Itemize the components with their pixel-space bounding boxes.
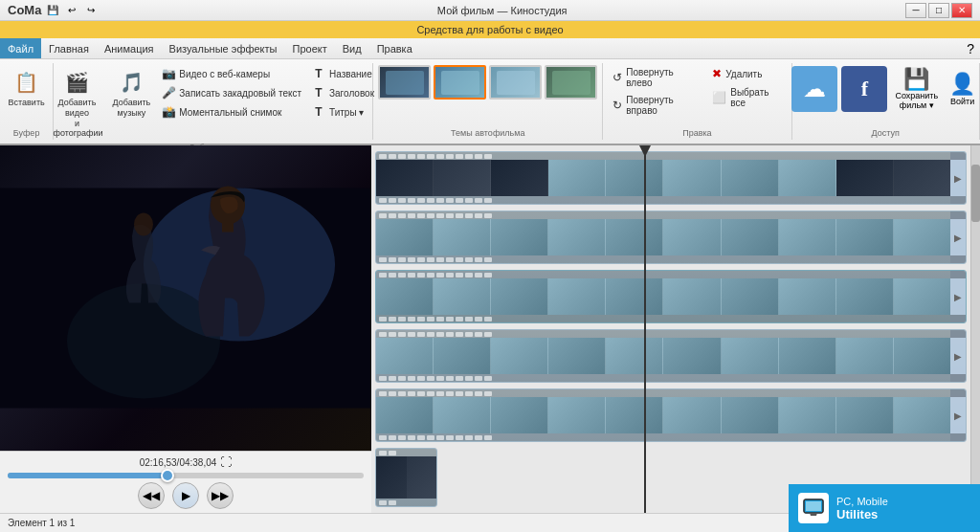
save-film-label: Сохранитьфильм ▾ bbox=[895, 92, 938, 111]
sprocket-hole bbox=[427, 257, 434, 262]
sprocket-hole bbox=[465, 332, 473, 337]
sprocket-hole bbox=[417, 213, 425, 218]
menu-effects[interactable]: Визуальные эффекты bbox=[162, 38, 285, 58]
title-bar: CoMa 💾 ↩ ↪ Мой фильм — Киностудия ─ □ ✕ bbox=[0, 0, 980, 21]
snapshot-button[interactable]: 📸 Моментальный снимок bbox=[158, 103, 304, 121]
sprocket-hole bbox=[436, 257, 444, 262]
save-quick-icon[interactable]: 💾 bbox=[45, 3, 60, 18]
sprocket-hole bbox=[408, 435, 415, 440]
sprocket-hole bbox=[465, 257, 473, 262]
sprocket-hole bbox=[427, 154, 434, 159]
paste-button[interactable]: 📋 Вставить bbox=[5, 65, 49, 110]
menu-animation[interactable]: Анимация bbox=[97, 38, 162, 58]
sprocket-hole bbox=[436, 317, 444, 321]
scrubber-handle[interactable] bbox=[161, 469, 174, 482]
timeline-track-5[interactable]: ▶ bbox=[375, 388, 967, 442]
signin-button[interactable]: 👤 Войти bbox=[946, 70, 979, 108]
sprocket-hole bbox=[456, 435, 463, 440]
minimize-button[interactable]: ─ bbox=[905, 3, 926, 18]
theme-1[interactable] bbox=[378, 65, 431, 100]
sprocket-hole bbox=[484, 332, 492, 337]
time-value: 02:16,53/04:38,04 bbox=[140, 457, 217, 468]
redo-quick-icon[interactable]: ↪ bbox=[83, 3, 99, 18]
svg-rect-8 bbox=[806, 501, 821, 511]
menu-home[interactable]: Главная bbox=[41, 38, 97, 58]
facebook-button[interactable]: f bbox=[841, 66, 887, 112]
add-video-label: Добавить видеои фотографии bbox=[54, 98, 101, 139]
voiceover-button[interactable]: 🎤 Записать закадровый текст bbox=[158, 84, 304, 101]
sprocket-hole bbox=[436, 391, 444, 396]
sprocket-hole bbox=[417, 273, 425, 277]
watermark-icon bbox=[798, 493, 829, 523]
sprocket-hole bbox=[465, 376, 473, 381]
timeline-scrollbar-thumb[interactable] bbox=[971, 165, 980, 222]
sprocket-hole bbox=[408, 317, 415, 321]
scrubber[interactable] bbox=[8, 473, 364, 478]
cloud-button[interactable]: ☁ bbox=[791, 66, 837, 112]
text-small-group: T Название T Заголовок T Титры ▾ bbox=[308, 65, 377, 121]
svg-point-5 bbox=[134, 213, 153, 236]
prev-frame-button[interactable]: ◀◀ bbox=[138, 482, 165, 509]
timeline-track-4[interactable]: ▶ bbox=[375, 329, 967, 383]
sprocket-hole bbox=[389, 435, 396, 440]
buffer-group-label: Буфер bbox=[13, 126, 40, 138]
add-video-button[interactable]: 🎬 Добавить видеои фотографии bbox=[50, 65, 105, 141]
sprocket-hole bbox=[427, 332, 434, 337]
menu-edit[interactable]: Правка bbox=[369, 38, 420, 58]
timeline-track-2[interactable]: ▶ bbox=[375, 211, 967, 264]
webcam-label: Видео с веб-камеры bbox=[179, 69, 270, 79]
add-music-icon: 🎵 bbox=[116, 67, 146, 98]
credits-label: Титры ▾ bbox=[329, 107, 364, 118]
sprocket-hole bbox=[456, 257, 463, 262]
maximize-button[interactable]: □ bbox=[928, 3, 949, 18]
webcam-button[interactable]: 📷 Видео с веб-камеры bbox=[158, 65, 304, 82]
timeline-track-1[interactable]: ▶ bbox=[375, 151, 967, 205]
menu-file[interactable]: Файл bbox=[0, 38, 41, 58]
voiceover-icon: 🎤 bbox=[161, 85, 176, 100]
menu-project[interactable]: Проект bbox=[284, 38, 334, 58]
sprocket-hole bbox=[427, 376, 434, 381]
delete-button[interactable]: ✖ Удалить bbox=[708, 65, 785, 82]
sprocket-hole bbox=[389, 376, 396, 381]
sprocket-hole bbox=[436, 273, 444, 277]
timeline-scrollbar[interactable] bbox=[970, 145, 980, 513]
timeline-track-6[interactable] bbox=[375, 448, 437, 507]
app-logo: CoMa bbox=[8, 3, 41, 17]
play-button[interactable]: ▶ bbox=[172, 482, 199, 509]
sprocket-hole bbox=[417, 317, 425, 321]
title-text-button[interactable]: T Название bbox=[308, 65, 377, 82]
save-film-button[interactable]: 💾 Сохранитьфильм ▾ bbox=[891, 65, 942, 113]
fullscreen-icon[interactable]: ⛶ bbox=[220, 455, 232, 469]
time-display: 02:16,53/04:38,04 ⛶ bbox=[140, 455, 233, 469]
rotate-right-button[interactable]: ↻ Повернуть вправо bbox=[609, 93, 704, 118]
help-icon[interactable]: ? bbox=[967, 41, 974, 56]
sprocket-hole bbox=[398, 435, 406, 440]
access-group-label: Доступ bbox=[872, 126, 900, 138]
signin-label: Войти bbox=[950, 97, 974, 106]
select-all-button[interactable]: ⬜ Выбрать все bbox=[708, 85, 785, 110]
next-frame-button[interactable]: ▶▶ bbox=[207, 482, 234, 509]
close-button[interactable]: ✕ bbox=[951, 3, 972, 18]
access-group-content: ☁ f 💾 Сохранитьфильм ▾ 👤 Войти bbox=[791, 65, 979, 113]
undo-quick-icon[interactable]: ↩ bbox=[64, 3, 79, 18]
sprocket-hole bbox=[417, 154, 425, 159]
sprocket-hole bbox=[417, 257, 425, 262]
sprocket-hole bbox=[379, 257, 387, 262]
timeline-track-3[interactable]: ▶ bbox=[375, 270, 967, 323]
theme-2[interactable] bbox=[434, 65, 486, 100]
credits-button[interactable]: T Титры ▾ bbox=[308, 103, 377, 121]
element-info: Элемент 1 из 1 bbox=[8, 518, 75, 528]
subtitle-button[interactable]: T Заголовок bbox=[308, 84, 377, 101]
menu-view[interactable]: Вид bbox=[335, 38, 369, 58]
sprocket-top-5 bbox=[376, 389, 966, 397]
sprocket-hole bbox=[408, 273, 415, 277]
preview-controls: 02:16,53/04:38,04 ⛶ ◀◀ ▶ ▶▶ bbox=[0, 451, 371, 513]
theme-3[interactable] bbox=[489, 65, 542, 100]
rotate-left-button[interactable]: ↺ Повернуть влево bbox=[609, 65, 704, 90]
ribbon-group-buffer: 📋 Вставить Буфер bbox=[0, 63, 54, 140]
preview-panel: 02:16,53/04:38,04 ⛶ ◀◀ ▶ ▶▶ bbox=[0, 145, 371, 513]
sprocket-hole bbox=[446, 435, 454, 440]
theme-4[interactable] bbox=[545, 65, 597, 100]
sprocket-hole bbox=[446, 391, 454, 396]
add-music-button[interactable]: 🎵 Добавитьмузыку bbox=[109, 65, 155, 121]
